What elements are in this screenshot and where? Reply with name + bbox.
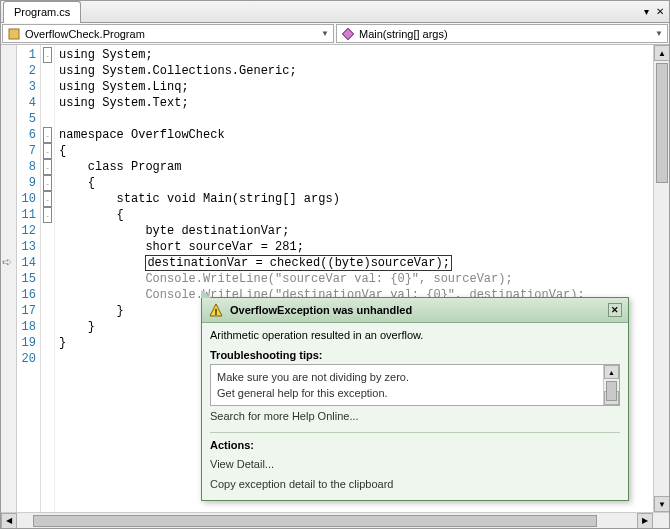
code-line[interactable]: using System.Text; — [59, 95, 653, 111]
fold-toggle-icon[interactable]: - — [43, 159, 52, 175]
code-line[interactable] — [59, 111, 653, 127]
line-number: 1 — [17, 47, 40, 63]
fold-toggle-icon[interactable]: - — [43, 143, 52, 159]
fold-cell — [41, 271, 54, 287]
copy-detail-link[interactable]: Copy exception detail to the clipboard — [210, 474, 620, 494]
fold-margin: ------- — [41, 45, 55, 512]
file-tab[interactable]: Program.cs — [3, 1, 81, 23]
vertical-scroll-thumb[interactable] — [656, 63, 668, 183]
line-number: 12 — [17, 223, 40, 239]
fold-cell — [41, 255, 54, 271]
line-number: 15 — [17, 271, 40, 287]
scroll-left-icon[interactable]: ◀ — [1, 513, 17, 529]
code-line[interactable]: Console.WriteLine("sourceVar val: {0}", … — [59, 271, 653, 287]
tab-title: Program.cs — [14, 6, 70, 18]
scroll-right-icon[interactable]: ▶ — [637, 513, 653, 529]
horizontal-scrollbar[interactable]: ◀ ▶ — [1, 512, 669, 528]
fold-toggle-icon[interactable]: - — [43, 191, 52, 207]
nav-dropdown-bar: OverflowCheck.Program ▼ Main(string[] ar… — [1, 23, 669, 45]
class-icon — [7, 27, 21, 41]
scroll-up-icon[interactable]: ▲ — [604, 365, 619, 379]
line-number: 13 — [17, 239, 40, 255]
scroll-down-icon[interactable]: ▼ — [654, 496, 670, 512]
fold-toggle-icon[interactable]: - — [43, 207, 52, 223]
tab-controls: ▾ ✕ — [641, 7, 665, 17]
tab-menu-icon[interactable]: ▾ — [641, 7, 651, 17]
svg-rect-0 — [9, 29, 19, 39]
code-line[interactable]: using System.Collections.Generic; — [59, 63, 653, 79]
method-icon — [341, 27, 355, 41]
popup-pointer-icon — [201, 290, 211, 298]
code-line[interactable]: using System; — [59, 47, 653, 63]
code-line[interactable]: namespace OverflowCheck — [59, 127, 653, 143]
fold-cell[interactable]: - — [41, 207, 54, 223]
close-icon[interactable]: ✕ — [608, 303, 622, 317]
indicator-margin: ➪ — [1, 45, 17, 512]
tips-scrollbar[interactable]: ▲ ▼ — [603, 365, 619, 405]
tip-item[interactable]: Get general help for this exception. — [217, 385, 597, 401]
method-dropdown[interactable]: Main(string[] args) ▼ — [336, 24, 668, 43]
line-number: 19 — [17, 335, 40, 351]
fold-cell[interactable]: - — [41, 127, 54, 143]
tips-scroll-thumb[interactable] — [606, 381, 617, 401]
code-line[interactable]: { — [59, 175, 653, 191]
line-number: 10 — [17, 191, 40, 207]
search-help-link[interactable]: Search for more Help Online... — [210, 406, 620, 426]
fold-cell — [41, 319, 54, 335]
svg-rect-1 — [342, 28, 353, 39]
scroll-corner — [653, 513, 669, 529]
fold-cell — [41, 335, 54, 351]
horizontal-scroll-thumb[interactable] — [33, 515, 597, 527]
fold-cell[interactable]: - — [41, 47, 54, 63]
vertical-scrollbar[interactable]: ▲ ▼ — [653, 45, 669, 512]
line-number: 18 — [17, 319, 40, 335]
line-number: 14 — [17, 255, 40, 271]
fold-cell[interactable]: - — [41, 159, 54, 175]
code-line[interactable]: class Program — [59, 159, 653, 175]
svg-text:!: ! — [215, 307, 218, 317]
tips-list: Make sure you are not dividing by zero. … — [210, 364, 620, 406]
code-line[interactable]: { — [59, 143, 653, 159]
code-line[interactable]: byte destinationVar; — [59, 223, 653, 239]
code-line[interactable]: using System.Linq; — [59, 79, 653, 95]
fold-cell — [41, 63, 54, 79]
class-dropdown-label: OverflowCheck.Program — [25, 28, 145, 40]
tab-close-icon[interactable]: ✕ — [655, 7, 665, 17]
fold-cell[interactable]: - — [41, 191, 54, 207]
tips-header: Troubleshooting tips: — [210, 349, 620, 361]
current-line-arrow-icon: ➪ — [2, 255, 12, 269]
fold-cell — [41, 223, 54, 239]
fold-cell — [41, 351, 54, 367]
fold-toggle-icon[interactable]: - — [43, 47, 52, 63]
fold-cell[interactable]: - — [41, 143, 54, 159]
line-number: 7 — [17, 143, 40, 159]
fold-toggle-icon[interactable]: - — [43, 175, 52, 191]
code-line[interactable]: short sourceVar = 281; — [59, 239, 653, 255]
class-dropdown[interactable]: OverflowCheck.Program ▼ — [2, 24, 334, 43]
code-line[interactable]: { — [59, 207, 653, 223]
warning-icon: ! — [208, 302, 224, 318]
exception-title: OverflowException was unhandled — [230, 304, 412, 316]
method-dropdown-label: Main(string[] args) — [359, 28, 448, 40]
fold-cell[interactable]: - — [41, 175, 54, 191]
view-detail-link[interactable]: View Detail... — [210, 454, 620, 474]
scroll-up-icon[interactable]: ▲ — [654, 45, 670, 61]
code-line[interactable]: destinationVar = checked((byte)sourceVar… — [59, 255, 653, 271]
line-number: 2 — [17, 63, 40, 79]
line-number: 11 — [17, 207, 40, 223]
hscroll-track[interactable] — [17, 513, 637, 529]
exception-popup: ! OverflowException was unhandled ✕ Arit… — [201, 297, 629, 501]
actions-header: Actions: — [210, 439, 620, 451]
code-line[interactable]: static void Main(string[] args) — [59, 191, 653, 207]
tab-bar: Program.cs ▾ ✕ — [1, 1, 669, 23]
fold-cell — [41, 95, 54, 111]
tip-item[interactable]: Make sure you are not dividing by zero. — [217, 369, 597, 385]
fold-cell — [41, 79, 54, 95]
line-number-gutter: 1234567891011121314151617181920 — [17, 45, 41, 512]
fold-toggle-icon[interactable]: - — [43, 127, 52, 143]
line-number: 8 — [17, 159, 40, 175]
line-number: 3 — [17, 79, 40, 95]
line-number: 16 — [17, 287, 40, 303]
fold-cell — [41, 287, 54, 303]
line-number: 6 — [17, 127, 40, 143]
